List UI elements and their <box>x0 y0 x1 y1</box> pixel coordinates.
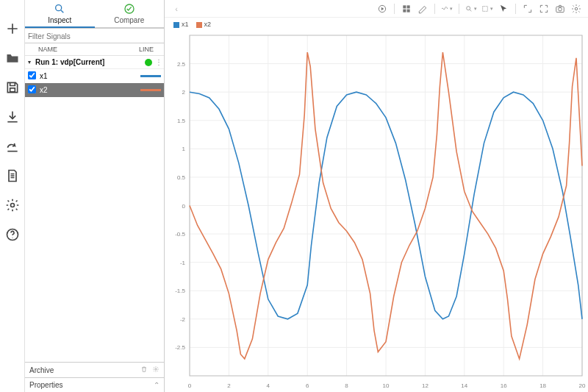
properties-section[interactable]: Properties ⌃ <box>25 377 164 392</box>
plot-toolbar: ‹ <box>165 0 588 18</box>
expand-icon[interactable] <box>522 3 534 15</box>
svg-text:1: 1 <box>182 146 186 152</box>
signal-row[interactable]: x2 <box>25 83 164 97</box>
svg-text:4: 4 <box>267 382 270 389</box>
panel-tabs: Inspect Compare <box>25 0 164 28</box>
svg-rect-10 <box>403 9 406 12</box>
svg-text:6: 6 <box>306 382 309 389</box>
main-area: ‹ x1x2 02468101214161820-2.5-2-1.5-1-0.5… <box>165 0 588 392</box>
signal-checkbox[interactable] <box>27 71 35 79</box>
svg-text:-1.5: -1.5 <box>175 288 185 294</box>
signal-line-sample <box>140 75 161 77</box>
svg-text:12: 12 <box>422 382 429 389</box>
signal-type-icon[interactable] <box>441 3 453 15</box>
properties-label: Properties <box>29 381 154 389</box>
col-line: LINE <box>139 46 161 53</box>
signal-row[interactable]: x1 <box>25 69 164 83</box>
svg-point-4 <box>56 4 62 10</box>
left-rail <box>0 0 25 392</box>
layout-icon[interactable] <box>401 3 412 15</box>
svg-rect-9 <box>407 5 410 8</box>
save-icon[interactable] <box>4 79 21 96</box>
tab-compare[interactable]: Compare <box>95 0 165 28</box>
svg-text:18: 18 <box>539 382 546 389</box>
gear-small-icon[interactable] <box>152 366 159 374</box>
svg-text:2: 2 <box>182 89 186 96</box>
svg-text:8: 8 <box>345 382 348 389</box>
gear-icon[interactable] <box>570 3 582 15</box>
run-icon[interactable] <box>376 3 388 15</box>
legend: x1x2 <box>165 18 588 31</box>
search-icon <box>54 3 65 15</box>
svg-text:-2: -2 <box>180 316 186 323</box>
table-header: NAME LINE <box>25 43 164 56</box>
status-dot <box>145 59 152 66</box>
svg-text:0: 0 <box>182 203 186 210</box>
folder-icon[interactable] <box>4 50 21 66</box>
signals-panel: Inspect Compare NAME LINE ▾ Run 1: vdp[C… <box>25 0 165 392</box>
svg-rect-8 <box>403 5 406 8</box>
zoom-icon[interactable] <box>465 3 477 15</box>
trash-icon[interactable] <box>140 366 148 374</box>
svg-text:10: 10 <box>383 382 390 389</box>
signal-line-sample <box>140 89 161 91</box>
kebab-icon[interactable]: ⋮ <box>155 61 161 64</box>
pointer-icon[interactable] <box>498 3 509 15</box>
fit-icon[interactable] <box>481 3 493 15</box>
archive-section[interactable]: Archive <box>25 362 164 377</box>
svg-point-3 <box>12 238 12 238</box>
add-icon[interactable] <box>4 21 21 37</box>
import-icon[interactable] <box>4 109 21 125</box>
svg-text:-0.5: -0.5 <box>175 231 185 238</box>
export-icon[interactable] <box>4 138 21 154</box>
col-name: NAME <box>38 46 139 53</box>
svg-point-1 <box>10 204 14 207</box>
collapse-left-icon[interactable]: ‹ <box>171 3 182 15</box>
svg-point-15 <box>559 7 562 11</box>
svg-rect-11 <box>407 9 410 12</box>
legend-item: x1 <box>173 21 189 28</box>
svg-text:14: 14 <box>461 382 467 389</box>
svg-point-6 <box>155 368 157 371</box>
check-icon <box>123 3 135 15</box>
svg-point-16 <box>575 7 578 10</box>
signal-name: x2 <box>38 86 140 94</box>
filter-box <box>25 28 164 43</box>
caret-down-icon: ▾ <box>28 59 35 65</box>
filter-input[interactable] <box>25 30 164 43</box>
legend-item: x2 <box>196 21 212 28</box>
svg-text:2: 2 <box>227 382 231 389</box>
archive-label: Archive <box>29 366 140 374</box>
run-row[interactable]: ▾ Run 1: vdp[Current] ⋮ <box>25 56 164 69</box>
svg-rect-13 <box>483 6 488 11</box>
clear-icon[interactable] <box>417 3 429 15</box>
signal-checkbox[interactable] <box>27 85 35 93</box>
camera-icon[interactable] <box>554 3 566 15</box>
svg-point-12 <box>467 6 470 10</box>
svg-text:1.5: 1.5 <box>177 118 186 124</box>
svg-text:-1: -1 <box>180 260 186 266</box>
svg-text:0: 0 <box>188 382 192 389</box>
plot-area[interactable]: 02468101214161820-2.5-2-1.5-1-0.500.511.… <box>165 31 588 392</box>
svg-rect-0 <box>10 88 15 92</box>
chevron-up-icon: ⌃ <box>154 381 159 389</box>
document-icon[interactable] <box>4 168 21 184</box>
svg-text:16: 16 <box>501 382 507 389</box>
signal-name: x1 <box>38 72 140 80</box>
svg-text:0.5: 0.5 <box>177 174 186 181</box>
tab-inspect-label: Inspect <box>48 16 71 24</box>
tab-compare-label: Compare <box>114 16 144 24</box>
tab-inspect[interactable]: Inspect <box>25 0 95 28</box>
svg-text:2.5: 2.5 <box>177 61 186 68</box>
help-icon[interactable] <box>4 227 21 243</box>
svg-text:20: 20 <box>579 382 586 389</box>
run-label: Run 1: vdp[Current] <box>35 58 145 66</box>
fullscreen-icon[interactable] <box>538 3 550 15</box>
svg-text:-2.5: -2.5 <box>175 344 185 351</box>
settings-icon[interactable] <box>4 197 21 213</box>
